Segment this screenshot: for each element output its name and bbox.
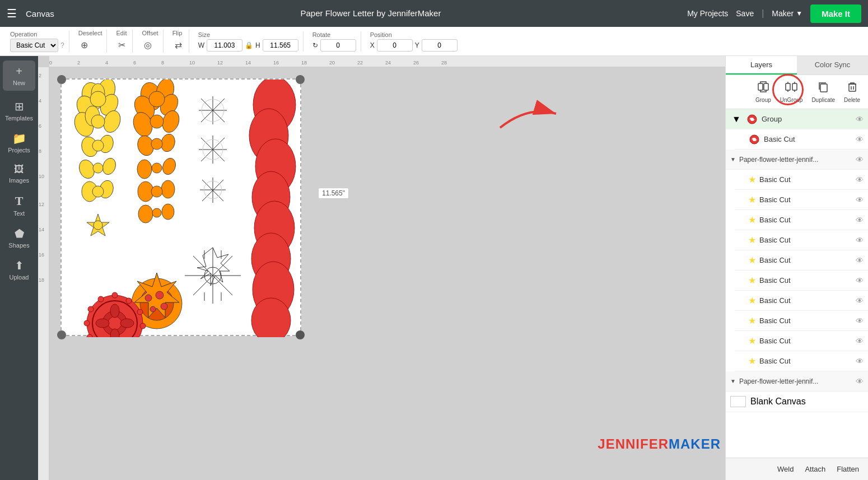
tab-color-sync[interactable]: Color Sync xyxy=(797,56,868,74)
group-eye-icon[interactable]: 👁 xyxy=(856,115,864,124)
group-3-eye[interactable]: 👁 xyxy=(856,377,864,386)
layer-6-eye[interactable]: 👁 xyxy=(856,236,864,245)
design-area[interactable]: 11.565" xyxy=(60,78,301,336)
layer-item-12[interactable]: ★ Basic Cut 👁 xyxy=(735,351,868,371)
sidebar-item-upload[interactable]: ⬆ Upload xyxy=(3,254,35,285)
size-w-input[interactable] xyxy=(207,39,242,52)
flip-button[interactable]: ⇄ xyxy=(172,38,184,53)
layer-basic-cut-red[interactable]: Basic Cut 👁 xyxy=(735,129,868,150)
my-projects-button[interactable]: My Projects xyxy=(687,9,728,18)
sidebar-item-images[interactable]: 🖼 Images xyxy=(3,159,35,188)
flip-group: Flip ⇄ xyxy=(168,30,189,53)
jm-logo: JENNIFERMAKER xyxy=(598,436,721,452)
sidebar-item-new[interactable]: + New xyxy=(3,60,35,91)
svg-point-34 xyxy=(152,163,162,173)
layer-9-eye[interactable]: 👁 xyxy=(856,296,864,305)
layer-3-eye[interactable]: 👁 xyxy=(856,175,864,184)
duplicate-button[interactable]: Duplicate xyxy=(808,78,838,105)
operation-dropdown[interactable]: Basic Cut xyxy=(10,39,58,52)
group-button[interactable]: Group xyxy=(752,78,774,105)
sidebar-item-templates[interactable]: ⊞ Templates xyxy=(3,95,35,126)
delete-button[interactable]: Delete xyxy=(841,78,864,105)
design-svg: 11.565" xyxy=(62,80,302,337)
flatten-button[interactable]: Flatten xyxy=(837,465,859,473)
layer-1-eye[interactable]: 👁 xyxy=(856,135,864,144)
upload-icon: ⬆ xyxy=(15,259,24,272)
selection-handle-bottom-right[interactable] xyxy=(296,330,305,339)
main-layout: + New ⊞ Templates 📁 Projects 🖼 Images T … xyxy=(0,56,868,480)
layer-group-2-header[interactable]: ▼ Paper-flower-letter-jennif... 👁 xyxy=(726,150,868,170)
selection-handle-bottom-left[interactable] xyxy=(57,330,66,339)
operation-select[interactable]: Basic Cut ? xyxy=(10,39,64,52)
layer-item-11[interactable]: ★ Basic Cut 👁 xyxy=(735,331,868,351)
layer-item-5[interactable]: ★ Basic Cut 👁 xyxy=(735,210,868,230)
offset-group: Offset ◎ xyxy=(137,30,163,53)
layer-item-6[interactable]: ★ Basic Cut 👁 xyxy=(735,230,868,250)
selection-handle-top-right[interactable] xyxy=(296,75,305,84)
svg-point-5 xyxy=(90,91,106,107)
svg-point-89 xyxy=(112,292,118,298)
sidebar-item-text[interactable]: T Text xyxy=(3,189,35,221)
layer-12-eye[interactable]: 👁 xyxy=(856,357,864,366)
layer-item-7[interactable]: ★ Basic Cut 👁 xyxy=(735,250,868,271)
hamburger-icon[interactable]: ☰ xyxy=(7,7,17,20)
canvas-area[interactable]: 0 2 4 6 8 10 12 14 16 18 20 22 24 26 28 … xyxy=(38,56,725,480)
star-icon-7: ★ xyxy=(748,255,756,265)
layer-item-3[interactable]: ★ Basic Cut 👁 xyxy=(735,170,868,190)
attach-button[interactable]: Attach xyxy=(805,465,825,473)
layer-item-10[interactable]: ★ Basic Cut 👁 xyxy=(735,311,868,331)
group-2-arrow: ▼ xyxy=(730,156,736,162)
svg-point-112 xyxy=(750,118,754,121)
layer-group-3-header[interactable]: ▼ Paper-flower-letter-jennif... 👁 xyxy=(726,371,868,392)
layer-5-eye[interactable]: 👁 xyxy=(856,216,864,225)
x-input[interactable] xyxy=(377,39,413,52)
layer-10-eye[interactable]: 👁 xyxy=(856,316,864,325)
layer-4-eye[interactable]: 👁 xyxy=(856,195,864,204)
edit-label: Edit xyxy=(116,30,128,36)
svg-point-20 xyxy=(94,221,102,230)
layers-list: ▼ Group 👁 xyxy=(726,109,868,458)
svg-point-14 xyxy=(101,156,118,176)
layer-item-9[interactable]: ★ Basic Cut 👁 xyxy=(735,291,868,311)
edit-button[interactable]: ✂ xyxy=(116,38,128,53)
layer-7-eye[interactable]: 👁 xyxy=(856,256,864,265)
tab-layers[interactable]: Layers xyxy=(726,56,797,74)
sidebar-item-projects[interactable]: 📁 Projects xyxy=(3,127,35,158)
y-input[interactable] xyxy=(422,39,458,52)
delete-btn-label: Delete xyxy=(844,97,860,103)
blank-canvas-item[interactable]: Blank Canvas xyxy=(726,392,868,412)
machine-selector[interactable]: Maker ▼ xyxy=(772,9,802,18)
deselect-group: Deselect ⊕ xyxy=(74,30,108,53)
layer-red-gear-icon xyxy=(748,133,760,146)
templates-icon: ⊞ xyxy=(15,100,24,113)
sidebar-item-shapes[interactable]: ⬟ Shapes xyxy=(3,222,35,253)
star-icon-3: ★ xyxy=(748,174,756,185)
layer-8-eye[interactable]: 👁 xyxy=(856,276,864,285)
layer-item-8[interactable]: ★ Basic Cut 👁 xyxy=(735,271,868,291)
sidebar-upload-label: Upload xyxy=(10,274,29,281)
selection-handle-top-left[interactable] xyxy=(57,75,66,84)
layer-11-eye[interactable]: 👁 xyxy=(856,337,864,346)
weld-button[interactable]: Weld xyxy=(777,465,794,473)
offset-button[interactable]: ◎ xyxy=(142,38,154,53)
svg-point-12 xyxy=(92,140,104,151)
ungroup-button[interactable]: UnGroup xyxy=(777,78,806,105)
group-label: Group xyxy=(762,115,852,123)
star-icon-4: ★ xyxy=(748,194,756,205)
layer-group-row[interactable]: ▼ Group 👁 xyxy=(726,109,868,129)
star-icon-5: ★ xyxy=(748,215,756,225)
svg-point-39 xyxy=(162,204,174,220)
group-2-eye[interactable]: 👁 xyxy=(856,155,864,164)
group-3-arrow: ▼ xyxy=(730,378,736,384)
size-h-input[interactable] xyxy=(263,39,298,52)
save-button[interactable]: Save xyxy=(736,9,754,18)
deselect-button[interactable]: ⊕ xyxy=(78,38,90,53)
canvas-content: 11.565" 11.565" xyxy=(49,67,725,480)
help-icon[interactable]: ? xyxy=(60,41,64,49)
chevron-down-icon: ▼ xyxy=(796,10,802,17)
svg-point-47 xyxy=(161,303,167,310)
layer-item-4[interactable]: ★ Basic Cut 👁 xyxy=(735,190,868,210)
offset-label: Offset xyxy=(142,30,158,36)
rotate-input[interactable] xyxy=(320,39,356,52)
make-it-button[interactable]: Make It xyxy=(810,4,861,23)
